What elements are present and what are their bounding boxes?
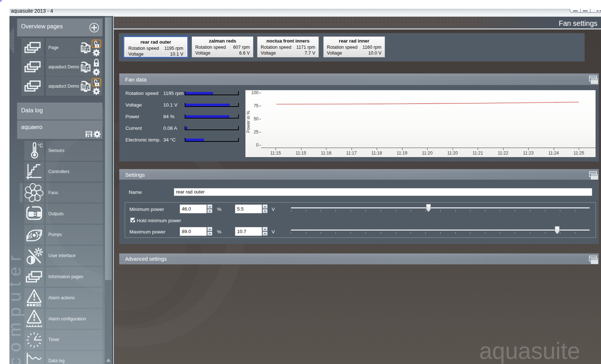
svg-text:°C: °C bbox=[37, 143, 43, 148]
